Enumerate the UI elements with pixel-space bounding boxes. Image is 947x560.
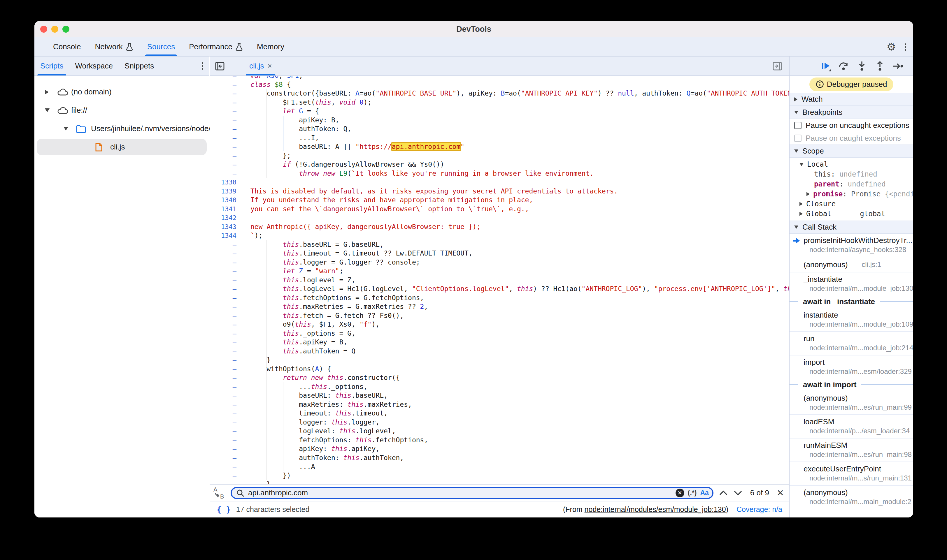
step-into-button[interactable] — [856, 60, 868, 72]
gutter-dash[interactable]: – — [210, 462, 236, 471]
callstack-frame[interactable]: runnode:internal/m...module_job:214 — [790, 331, 913, 355]
code-line[interactable]: –this.fetchOptions = G.fetchOptions, — [210, 294, 789, 302]
callstack-frame[interactable]: (anonymous)node:internal/m...main_module… — [790, 485, 913, 509]
navigator-tab-scripts[interactable]: Scripts — [34, 57, 69, 75]
scope-closure[interactable]: Closure — [790, 199, 913, 209]
code-line[interactable]: –this.timeout = G.timeout ?? Lw.DEFAULT_… — [210, 249, 789, 258]
step-over-button[interactable] — [838, 60, 850, 72]
gutter-dash[interactable]: – — [210, 347, 236, 356]
code-line[interactable]: 1342 — [210, 213, 789, 222]
scope-local[interactable]: Local — [790, 159, 913, 169]
navigator-tab-workspace[interactable]: Workspace — [69, 57, 119, 75]
tab-sources[interactable]: Sources — [140, 37, 182, 56]
chevron-down-icon[interactable] — [63, 127, 68, 131]
gutter-dash[interactable]: – — [210, 160, 236, 169]
callstack-frame[interactable]: (anonymous)cli.js:1 — [790, 257, 913, 272]
gutter-dash[interactable]: – — [210, 320, 236, 329]
callstack-frame[interactable]: promiseInitHookWithDestroyTr...node:inte… — [790, 234, 913, 257]
code-line[interactable]: –$F1.set(this, void 0); — [210, 98, 789, 107]
code-line[interactable]: –if (!G.dangerouslyAllowBrowser && Ys0()… — [210, 160, 789, 169]
gutter-dash[interactable]: – — [210, 355, 236, 365]
coverage-link[interactable]: Coverage: n/a — [736, 505, 782, 514]
section-scope[interactable]: Scope — [790, 145, 913, 158]
scope-prop-parent[interactable]: parent: undefined — [790, 179, 913, 189]
scope-global[interactable]: Globalglobal — [790, 209, 913, 219]
callstack-frame[interactable]: loadESMnode:internal/p.../esm_loader:34 — [790, 414, 913, 438]
code-line[interactable]: –this.maxRetries = G.maxRetries ?? 2, — [210, 302, 789, 311]
tree-item--no-domain-[interactable]: (no domain) — [34, 83, 209, 101]
gutter-dash[interactable]: – — [210, 471, 236, 480]
code-line[interactable]: –} — [210, 355, 789, 365]
code-line[interactable]: 1344`); — [210, 231, 789, 240]
code-line[interactable]: –return new this.constructor({ — [210, 373, 789, 382]
line-number[interactable]: 1344 — [210, 231, 236, 240]
code-line[interactable]: 1339This is disabled by default, as it r… — [210, 187, 789, 196]
gutter-dash[interactable]: – — [210, 151, 236, 160]
checkbox[interactable] — [794, 135, 802, 142]
scope-prop-promise[interactable]: promise: Promise {<pending>} — [790, 189, 913, 199]
section-callstack[interactable]: Call Stack — [790, 220, 913, 234]
code-line[interactable]: –...this._options, — [210, 382, 789, 391]
clear-search-icon[interactable]: ✕ — [676, 489, 684, 497]
gutter-dash[interactable]: – — [210, 444, 236, 453]
tree-item-users-jinhuilee-nvm-versions-node-v2-[interactable]: Users/jinhuilee/.nvm/versions/node/v2... — [34, 120, 209, 138]
scope-prop-this[interactable]: this: undefined — [790, 169, 913, 179]
pretty-print-icon[interactable]: { } — [217, 505, 231, 514]
tab-console[interactable]: Console — [46, 37, 88, 56]
code-line[interactable]: –logger: this.logger, — [210, 418, 789, 427]
code-line[interactable]: –} — [210, 480, 789, 484]
close-tab-icon[interactable]: × — [268, 62, 272, 71]
tab-network[interactable]: Network — [88, 37, 140, 56]
close-search-icon[interactable]: ✕ — [777, 488, 784, 498]
next-match-icon[interactable] — [733, 490, 743, 496]
gutter-dash[interactable]: – — [210, 142, 236, 151]
gutter-dash[interactable]: – — [210, 98, 236, 107]
code-line[interactable]: –maxRetries: this.maxRetries, — [210, 400, 789, 409]
gutter-dash[interactable]: – — [210, 426, 236, 435]
replace-toggle-icon[interactable]: AB — [213, 486, 225, 500]
code-line[interactable]: –authToken: Q, — [210, 125, 789, 134]
search-input[interactable] — [248, 488, 672, 497]
navigator-tab-snippets[interactable]: Snippets — [119, 57, 160, 75]
line-number[interactable]: 1340 — [210, 195, 236, 205]
code-line[interactable]: –this.baseURL = G.baseURL, — [210, 240, 789, 249]
code-line[interactable]: –apiKey: this.apiKey, — [210, 444, 789, 453]
callstack-frame[interactable]: importnode:internal/m...esm/loader:329 — [790, 355, 913, 378]
chevron-right-icon[interactable] — [45, 90, 49, 94]
gutter-dash[interactable]: – — [210, 275, 236, 285]
gutter-dash[interactable]: – — [210, 240, 236, 249]
gutter-dash[interactable]: – — [210, 258, 236, 267]
navigator-more-tabs-icon[interactable] — [201, 61, 204, 71]
gutter-dash[interactable]: – — [210, 89, 236, 98]
code-line[interactable]: –apiKey: B, — [210, 116, 789, 125]
match-case-toggle[interactable]: Aa — [700, 489, 708, 497]
code-line[interactable]: –this.logLevel = Z, — [210, 275, 789, 285]
line-number[interactable]: 1343 — [210, 222, 236, 231]
tab-performance[interactable]: Performance — [182, 37, 250, 56]
gutter-dash[interactable]: – — [210, 249, 236, 258]
gutter-dash[interactable]: – — [210, 266, 236, 275]
gutter-dash[interactable]: – — [210, 302, 236, 311]
line-number[interactable]: 1341 — [210, 205, 236, 214]
gutter-dash[interactable]: – — [210, 80, 236, 89]
line-number[interactable]: 1338 — [210, 178, 236, 187]
callstack-frame[interactable]: executeUserEntryPointnode:internal/m...s… — [790, 462, 913, 485]
callstack-frame[interactable]: (anonymous)node:internal/m...es/run_main… — [790, 391, 913, 414]
gutter-dash[interactable]: – — [210, 409, 236, 418]
collapse-debugger-sidebar-icon[interactable] — [772, 61, 783, 72]
gutter-dash[interactable]: – — [210, 480, 236, 484]
code-line[interactable]: –o9(this, $F1, Xs0, "f"), — [210, 320, 789, 329]
code-line[interactable]: –baseURL: this.baseURL, — [210, 391, 789, 400]
gutter-dash[interactable]: – — [210, 418, 236, 427]
gutter-dash[interactable]: – — [210, 391, 236, 400]
code-line[interactable]: –...A — [210, 462, 789, 471]
gutter-dash[interactable]: – — [210, 329, 236, 338]
regex-toggle[interactable]: (.*) — [688, 489, 697, 497]
gutter-dash[interactable]: – — [210, 382, 236, 391]
step-button[interactable] — [892, 60, 904, 72]
gutter-dash[interactable]: – — [210, 76, 236, 80]
chevron-down-icon[interactable] — [45, 108, 49, 112]
code-line[interactable]: 1340If you understand the risks and have… — [210, 195, 789, 205]
breakpoint-option[interactable]: Pause on uncaught exceptions — [790, 119, 913, 132]
gutter-dash[interactable]: – — [210, 169, 236, 178]
